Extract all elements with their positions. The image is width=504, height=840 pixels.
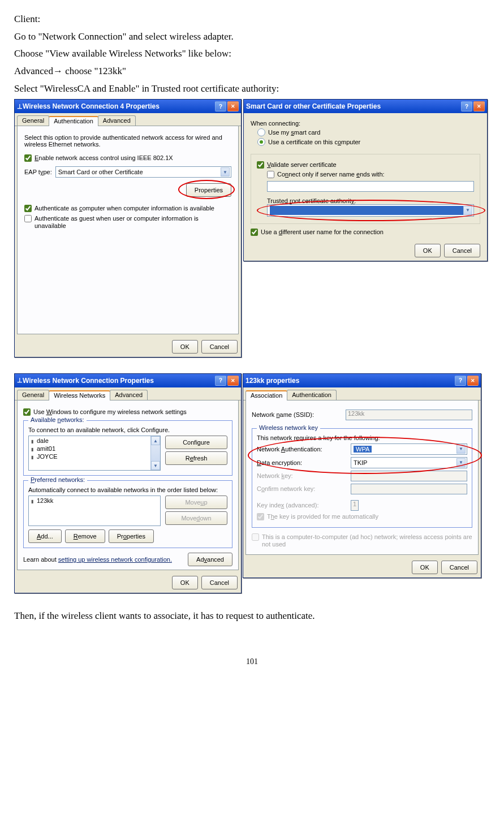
- network-item-icon: [31, 445, 35, 452]
- cancel-button[interactable]: Cancel: [441, 561, 477, 574]
- checkbox-label: Validate server certificate: [267, 161, 337, 169]
- checkbox-adhoc: This is a computer-to-computer (ad hoc) …: [252, 533, 472, 548]
- select-value: [270, 206, 463, 215]
- radio-smart-card[interactable]: Use my smart card: [257, 128, 480, 136]
- checkbox-label: Connect only if server name ends with:: [277, 171, 385, 178]
- window-title: Smart Card or other Certificate Properti…: [246, 102, 460, 110]
- tab-general[interactable]: General: [17, 115, 49, 126]
- scroll-down-icon[interactable]: ▼: [151, 461, 160, 470]
- label-trusted-root-ca: Trusted root certificate authority:: [267, 197, 474, 204]
- tab-advanced[interactable]: Advanced: [98, 115, 136, 126]
- ssid-label: Network name (SSID):: [252, 411, 342, 418]
- doc-text: Choose "View available Wireless Networks…: [14, 47, 490, 61]
- properties-button[interactable]: Properties: [186, 183, 231, 197]
- checkbox-icon[interactable]: [267, 171, 274, 178]
- trusted-root-ca-select[interactable]: ▼: [267, 204, 474, 217]
- list-item[interactable]: dale: [30, 437, 149, 445]
- checkbox-icon[interactable]: [24, 154, 32, 162]
- chevron-down-icon[interactable]: ▼: [463, 206, 472, 215]
- list-item[interactable]: JOYCE: [30, 453, 149, 460]
- network-icon: ⊥: [17, 377, 23, 384]
- close-icon[interactable]: [227, 376, 239, 386]
- scroll-up-icon[interactable]: ▲: [151, 436, 160, 445]
- titlebar[interactable]: 123kk properties: [243, 374, 481, 387]
- add-button[interactable]: Add...: [28, 529, 62, 543]
- help-icon[interactable]: [461, 101, 472, 111]
- titlebar[interactable]: ⊥ Wireless Network Connection 4 Properti…: [15, 100, 241, 113]
- checkbox-connect-only-if[interactable]: Connect only if server name ends with:: [267, 171, 474, 178]
- titlebar[interactable]: Smart Card or other Certificate Properti…: [244, 100, 487, 113]
- ok-button[interactable]: OK: [172, 576, 198, 589]
- checkbox-validate-server[interactable]: Validate server certificate: [257, 161, 474, 169]
- checkbox-auth-as-guest[interactable]: Authenticate as guest when user or compu…: [24, 215, 231, 230]
- cancel-button[interactable]: Cancel: [444, 244, 480, 257]
- list-item[interactable]: 123kk: [30, 497, 159, 505]
- preferred-networks-list[interactable]: 123kk: [28, 496, 161, 526]
- checkbox-auth-as-computer[interactable]: Authenticate as computer when computer i…: [24, 205, 231, 212]
- checkbox-icon[interactable]: [257, 161, 264, 169]
- checkbox-icon: [252, 533, 259, 541]
- page-number: 101: [14, 657, 490, 666]
- checkbox-label: Use Windows to configure my wireless net…: [33, 408, 187, 416]
- data-enc-select[interactable]: TKIP ▼: [351, 457, 467, 468]
- tab-authentication[interactable]: Authentication: [287, 390, 337, 400]
- group-available-networks: Available networks:: [28, 416, 87, 423]
- tab-association[interactable]: Association: [245, 390, 287, 400]
- description-text: Select this option to provide authentica…: [24, 134, 231, 148]
- dialog-123kk-properties: 123kk properties Association Authenticat…: [243, 373, 481, 578]
- tab-advanced[interactable]: Advanced: [110, 390, 148, 400]
- checkbox-icon[interactable]: [251, 229, 258, 236]
- checkbox-different-username[interactable]: Use a different user name for the connec…: [251, 229, 480, 236]
- chevron-down-icon[interactable]: ▼: [456, 458, 466, 467]
- learn-about-text: Learn about setting up wireless network …: [23, 556, 172, 563]
- checkbox-enable-8021x[interactable]: EEnable network access control using IEE…: [24, 154, 231, 162]
- tab-wireless-networks[interactable]: Wireless Networks: [49, 390, 110, 400]
- radio-certificate[interactable]: Use a certificate on this computer: [257, 138, 480, 146]
- checkbox-icon[interactable]: [23, 408, 31, 416]
- properties-button[interactable]: Properties: [109, 529, 154, 543]
- close-icon[interactable]: [473, 101, 485, 111]
- remove-button[interactable]: Remove: [65, 529, 105, 543]
- label-when-connecting: When connecting:: [251, 120, 480, 127]
- close-icon[interactable]: [227, 101, 239, 111]
- net-auth-label: Network Authentication:: [257, 446, 347, 453]
- radio-icon: [257, 138, 265, 146]
- ok-button[interactable]: OK: [412, 561, 438, 574]
- advanced-button[interactable]: Advanced: [188, 553, 232, 566]
- eap-type-select[interactable]: Smart Card or other Certificate ▼: [55, 166, 231, 178]
- checkbox-key-auto: The key is provided for me automatically: [257, 513, 467, 520]
- tab-authentication[interactable]: Authentication: [49, 116, 98, 126]
- titlebar[interactable]: ⊥ Wireless Network Connection Properties: [15, 374, 241, 387]
- ok-button[interactable]: OK: [415, 244, 441, 257]
- chevron-down-icon[interactable]: ▼: [456, 445, 466, 454]
- refresh-button[interactable]: Refresh: [165, 451, 227, 465]
- checkbox-icon[interactable]: [24, 205, 32, 212]
- move-down-button[interactable]: Move down: [165, 511, 227, 525]
- checkbox-use-windows-config[interactable]: Use Windows to configure my wireless net…: [23, 408, 232, 416]
- net-auth-select[interactable]: WPA ▼: [351, 443, 467, 455]
- chevron-down-icon[interactable]: ▼: [221, 167, 230, 176]
- network-key-label: Network key:: [257, 472, 347, 479]
- list-item[interactable]: amit01: [30, 445, 149, 453]
- ok-button[interactable]: OK: [172, 340, 198, 354]
- help-icon[interactable]: [215, 101, 226, 111]
- select-value: Smart Card or other Certificate: [58, 169, 143, 175]
- available-networks-list[interactable]: dale amit01 JOYCE ▲▼: [28, 436, 161, 471]
- tab-general[interactable]: General: [17, 390, 49, 400]
- learn-link[interactable]: setting up wireless network configuratio…: [58, 556, 172, 563]
- scrollbar[interactable]: ▲▼: [150, 436, 160, 470]
- key-index-input: 1: [351, 500, 359, 511]
- close-icon[interactable]: [467, 376, 479, 386]
- description-text: Automatically connect to available netwo…: [28, 486, 227, 493]
- checkbox-label: EEnable network access control using IEE…: [35, 154, 173, 162]
- cancel-button[interactable]: Cancel: [201, 576, 238, 589]
- help-icon[interactable]: [215, 376, 226, 386]
- checkbox-label: This is a computer-to-computer (ad hoc) …: [262, 533, 472, 548]
- server-name-input[interactable]: [267, 181, 474, 192]
- cancel-button[interactable]: Cancel: [201, 340, 238, 354]
- help-icon[interactable]: [455, 376, 466, 386]
- checkbox-icon[interactable]: [24, 215, 32, 222]
- network-item-icon: [31, 497, 35, 504]
- configure-button[interactable]: Configure: [165, 436, 227, 449]
- move-up-button[interactable]: Move up: [165, 496, 227, 509]
